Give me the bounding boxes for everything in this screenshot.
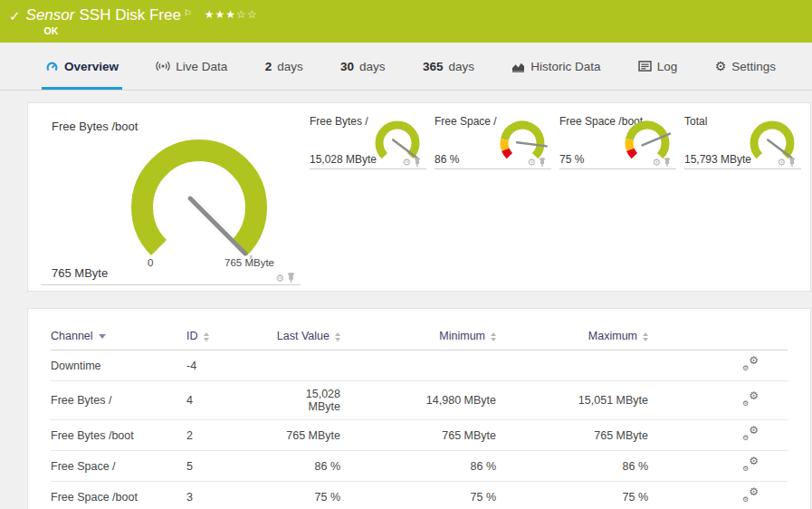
pin-icon[interactable]	[664, 158, 671, 168]
overview-card: Free Bytes /boot x 0 765 MByte 765 MByte…	[27, 102, 811, 292]
pin-icon[interactable]	[287, 273, 295, 283]
cell-min: 765 MByte	[340, 420, 496, 451]
column-header-id[interactable]: ID	[186, 325, 272, 351]
channel-row-free-bytes[interactable]: Free Bytes /415,028 MByte14,980 MByte15,…	[51, 381, 788, 420]
column-header-actions	[648, 325, 788, 351]
tab-settings[interactable]: ⚙Settings	[712, 43, 779, 90]
cell-channel: Free Bytes /boot	[51, 420, 186, 451]
channel-table: ChannelIDLast ValueMinimumMaximum Downti…	[51, 325, 788, 509]
channel-settings-gears-icon[interactable]: ⚙⚙	[742, 427, 759, 441]
gear-icon[interactable]: ⚙	[652, 158, 661, 168]
channel-settings-gears-icon[interactable]: ⚙⚙	[742, 392, 759, 407]
cell-id: 5	[186, 451, 272, 482]
primary-gauge-value: 765 MByte	[52, 266, 108, 280]
priority-stars[interactable]: ★★★☆☆	[205, 5, 258, 24]
cell-channel: Free Space /	[51, 451, 186, 482]
gauge-arc	[505, 149, 510, 156]
column-header-channel[interactable]: Channel	[51, 325, 186, 351]
pin-icon[interactable]	[414, 158, 421, 168]
tab-label: Log	[657, 60, 678, 73]
sort-both-icon	[335, 332, 340, 341]
cell-last: 75 %	[272, 482, 340, 509]
tab-bar: OverviewLive Data2days30days365daysHisto…	[0, 43, 812, 91]
panel-tools: ⚙	[527, 158, 546, 168]
mini-gauge-panel-4: Total 15,793 MByte ⚙	[684, 112, 801, 169]
status-badge: OK	[44, 25, 258, 36]
mini-gauge-panel-1: Free Bytes / 15,028 MByte ⚙	[310, 112, 426, 169]
channel-row-free-bytes-boot[interactable]: Free Bytes /boot2765 MByte765 MByte765 M…	[51, 420, 788, 451]
cell-actions: ⚙⚙	[648, 451, 788, 482]
mini-gauge-title: Free Bytes /	[310, 115, 368, 128]
cell-last	[272, 351, 340, 381]
tab-label: Historic Data	[530, 60, 600, 73]
mini-gauge-value: 75 %	[559, 153, 584, 166]
sort-both-icon	[643, 332, 648, 341]
panel-tools: ⚙	[652, 158, 671, 168]
cell-max: 75 %	[496, 482, 648, 509]
gauge-icon	[45, 60, 59, 72]
pin-icon[interactable]	[539, 158, 546, 168]
cell-id: 4	[186, 381, 272, 420]
settings-gear-icon: ⚙	[715, 60, 727, 72]
sort-desc-icon	[99, 334, 106, 339]
column-header-minimum[interactable]: Minimum	[340, 325, 496, 351]
gear-icon[interactable]: ⚙	[402, 158, 411, 168]
cell-last: 86 %	[272, 451, 340, 482]
log-icon	[638, 61, 652, 72]
flag-icon[interactable]: ⚐	[184, 5, 192, 23]
channel-settings-gears-icon[interactable]: ⚙⚙	[742, 488, 759, 503]
tab-overview[interactable]: Overview	[42, 43, 122, 90]
gauge-arc	[504, 139, 505, 149]
cell-id: 3	[186, 482, 272, 509]
channel-settings-gears-icon[interactable]: ⚙⚙	[742, 357, 759, 371]
gear-icon[interactable]: ⚙	[527, 158, 536, 168]
cell-last: 15,028 MByte	[272, 381, 340, 420]
gauge-arc	[630, 149, 635, 156]
gauge-scale-max-label: 765 MByte	[224, 257, 274, 268]
tab-live-data[interactable]: Live Data	[152, 43, 231, 90]
column-header-label: Minimum	[439, 330, 485, 342]
channel-row-downtime[interactable]: Downtime-4⚙⚙	[51, 351, 788, 381]
mini-gauge-row: Free Bytes / 15,028 MByte ⚙ Free Space /…	[310, 112, 801, 169]
cell-max: 765 MByte	[496, 420, 648, 451]
channel-settings-gears-icon[interactable]: ⚙⚙	[742, 457, 759, 472]
column-header-label: Maximum	[588, 330, 637, 342]
pin-icon[interactable]	[788, 158, 796, 168]
column-header-label: Last Value	[277, 330, 330, 342]
tab-label: days	[448, 60, 474, 73]
column-header-label: ID	[186, 330, 198, 342]
channel-row-free-space-boot[interactable]: Free Space /boot375 %75 %75 %⚙⚙	[51, 482, 788, 509]
primary-gauge: x	[109, 130, 290, 266]
primary-gauge-panel: Free Bytes /boot x 0 765 MByte 765 MByte…	[41, 114, 301, 285]
cell-channel: Free Space /boot	[51, 482, 186, 509]
channel-table-card: ChannelIDLast ValueMinimumMaximum Downti…	[27, 308, 811, 509]
cell-last: 765 MByte	[272, 420, 340, 451]
tab-30-days[interactable]: 30days	[337, 43, 389, 90]
tab-historic-data[interactable]: Historic Data	[508, 43, 604, 90]
tab-label: Overview	[64, 60, 119, 73]
cell-min: 14,980 MByte	[340, 381, 496, 420]
cell-id: -4	[186, 351, 272, 381]
cell-actions: ⚙⚙	[648, 351, 788, 381]
gear-icon[interactable]: ⚙	[777, 158, 786, 168]
column-header-last-value[interactable]: Last Value	[272, 325, 340, 351]
tab-2-days[interactable]: 2days	[262, 43, 307, 90]
mini-gauge-value: 86 %	[435, 153, 459, 166]
live-data-icon	[156, 60, 170, 72]
cell-id: 2	[186, 420, 272, 451]
tab-number: 365	[423, 60, 444, 73]
tab-label: Live Data	[176, 60, 227, 73]
mini-gauge-title: Total	[684, 115, 707, 128]
sensor-title-block: Sensor SSH Disk Free ⚐ ★★★☆☆ OK	[26, 6, 258, 36]
cell-max	[496, 351, 648, 381]
cell-min: 75 %	[340, 482, 496, 509]
column-header-maximum[interactable]: Maximum	[496, 325, 648, 351]
gear-icon[interactable]: ⚙	[275, 274, 284, 283]
tab-365-days[interactable]: 365days	[419, 43, 478, 90]
channel-row-free-space[interactable]: Free Space /586 %86 %86 %⚙⚙	[51, 451, 788, 482]
tab-log[interactable]: Log	[635, 43, 682, 90]
status-check-icon: ✓	[9, 8, 21, 24]
panel-tools: ⚙	[275, 273, 295, 283]
tab-number: 30	[340, 60, 354, 73]
cell-actions: ⚙⚙	[648, 420, 788, 451]
